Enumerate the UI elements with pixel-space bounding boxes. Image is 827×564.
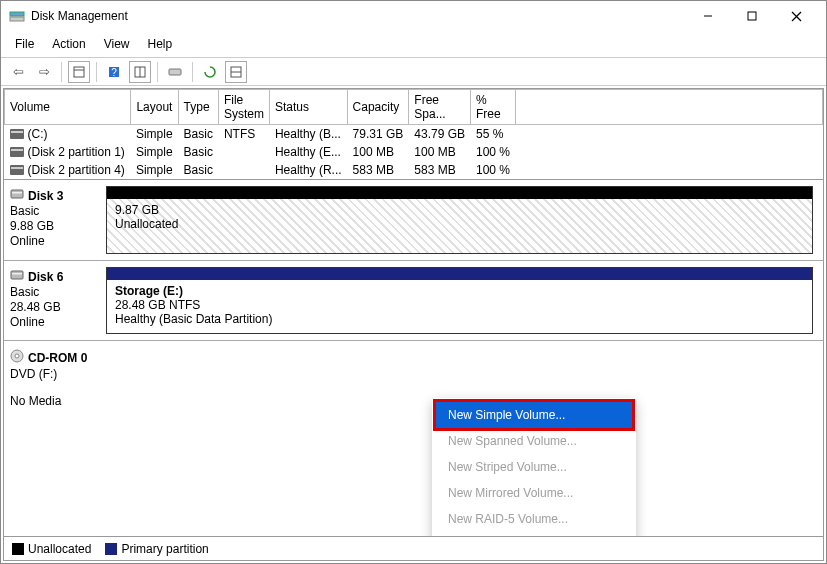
- back-button[interactable]: ⇦: [7, 61, 29, 83]
- app-icon: [9, 8, 25, 24]
- separator: [157, 62, 158, 82]
- minimize-button[interactable]: [686, 2, 730, 30]
- disk-state: Online: [10, 234, 98, 248]
- separator: [61, 62, 62, 82]
- partition-size: 28.48 GB NTFS: [115, 298, 804, 312]
- volume-row[interactable]: (C:)SimpleBasicNTFSHealthy (B...79.31 GB…: [5, 125, 823, 144]
- partition-title: Storage (E:): [115, 284, 804, 298]
- partition-color-bar: [107, 268, 812, 280]
- disk-body: 9.87 GBUnallocated: [104, 180, 823, 260]
- volume-name: (Disk 2 partition 1): [28, 145, 125, 159]
- disk-row: Disk 6Basic28.48 GBOnlineStorage (E:)28.…: [4, 260, 823, 340]
- context-menu-item: New Striped Volume...: [432, 454, 636, 480]
- volume-cell: Simple: [131, 143, 178, 161]
- disk-size: 9.88 GB: [10, 219, 98, 233]
- disk-label[interactable]: Disk 6Basic28.48 GBOnline: [4, 261, 104, 340]
- partition-info: Storage (E:)28.48 GB NTFSHealthy (Basic …: [107, 280, 812, 333]
- volume-cell: Simple: [131, 125, 178, 144]
- menu-action[interactable]: Action: [44, 33, 93, 55]
- toolbar-refresh-icon[interactable]: [199, 61, 221, 83]
- disk-label[interactable]: CD-ROM 0DVD (F:)No Media: [4, 341, 104, 420]
- svg-rect-15: [11, 190, 23, 198]
- volume-cell: 100 %: [471, 161, 516, 179]
- window-title: Disk Management: [31, 9, 128, 23]
- svg-rect-1: [10, 17, 24, 21]
- drive-icon: [10, 165, 24, 175]
- disk-management-window: Disk Management File Action View Help ⇦ …: [0, 0, 827, 564]
- svg-rect-0: [10, 12, 24, 16]
- context-menu: New Simple Volume...New Spanned Volume..…: [432, 398, 636, 536]
- volume-cell: Basic: [178, 143, 218, 161]
- column-header[interactable]: % Free: [471, 90, 516, 125]
- context-menu-item[interactable]: New Simple Volume...: [436, 402, 632, 428]
- disk-name: Disk 3: [28, 189, 63, 203]
- disk-body: Storage (E:)28.48 GB NTFSHealthy (Basic …: [104, 261, 823, 340]
- volume-cell: NTFS: [218, 125, 269, 144]
- partition[interactable]: Storage (E:)28.48 GB NTFSHealthy (Basic …: [106, 267, 813, 334]
- column-header[interactable]: Layout: [131, 90, 178, 125]
- close-button[interactable]: [774, 2, 818, 30]
- disk-type: DVD (F:): [10, 367, 98, 381]
- partition-status: Healthy (Basic Data Partition): [115, 312, 804, 326]
- separator: [192, 62, 193, 82]
- legend: Unallocated Primary partition: [4, 536, 823, 560]
- hard-disk-icon: [10, 188, 24, 203]
- help-icon[interactable]: ?: [103, 61, 125, 83]
- volume-cell: Basic: [178, 125, 218, 144]
- column-header[interactable]: Type: [178, 90, 218, 125]
- toolbar-layout-icon[interactable]: [129, 61, 151, 83]
- volume-cell: 100 MB: [347, 143, 409, 161]
- toolbar: ⇦ ⇨ ?: [1, 58, 826, 86]
- svg-rect-6: [74, 67, 84, 77]
- drive-icon: [10, 147, 24, 157]
- volume-cell: Healthy (B...: [269, 125, 347, 144]
- toolbar-list-icon[interactable]: [225, 61, 247, 83]
- partition-size: 9.87 GB: [115, 203, 804, 217]
- disk-name: Disk 6: [28, 270, 63, 284]
- toolbar-disk-icon[interactable]: [164, 61, 186, 83]
- partition-color-bar: [107, 187, 812, 199]
- disk-row: CD-ROM 0DVD (F:)No Media: [4, 340, 823, 420]
- svg-rect-12: [169, 69, 181, 75]
- partition[interactable]: 9.87 GBUnallocated: [106, 186, 813, 254]
- column-header[interactable]: Capacity: [347, 90, 409, 125]
- menu-view[interactable]: View: [96, 33, 138, 55]
- column-header[interactable]: Free Spa...: [409, 90, 471, 125]
- toolbar-view-icon[interactable]: [68, 61, 90, 83]
- column-header[interactable]: Volume: [5, 90, 131, 125]
- volume-cell: Healthy (E...: [269, 143, 347, 161]
- svg-rect-17: [11, 271, 23, 279]
- partition-status: Unallocated: [115, 217, 804, 231]
- volume-cell: Healthy (R...: [269, 161, 347, 179]
- volume-name: (C:): [28, 127, 48, 141]
- disk-label[interactable]: Disk 3Basic9.88 GBOnline: [4, 180, 104, 260]
- volume-cell: 43.79 GB: [409, 125, 471, 144]
- hard-disk-icon: [10, 269, 24, 284]
- disk-type: Basic: [10, 285, 98, 299]
- volume-list[interactable]: VolumeLayoutTypeFile SystemStatusCapacit…: [4, 89, 823, 180]
- volume-cell: 583 MB: [347, 161, 409, 179]
- column-header[interactable]: File System: [218, 90, 269, 125]
- forward-button[interactable]: ⇨: [33, 61, 55, 83]
- svg-rect-16: [12, 192, 22, 194]
- volume-cell: Simple: [131, 161, 178, 179]
- volume-row[interactable]: (Disk 2 partition 1)SimpleBasicHealthy (…: [5, 143, 823, 161]
- partition-info: 9.87 GBUnallocated: [107, 199, 812, 253]
- menu-help[interactable]: Help: [140, 33, 181, 55]
- drive-icon: [10, 129, 24, 139]
- titlebar[interactable]: Disk Management: [1, 1, 826, 31]
- volume-name: (Disk 2 partition 4): [28, 163, 125, 177]
- volume-row[interactable]: (Disk 2 partition 4)SimpleBasicHealthy (…: [5, 161, 823, 179]
- graphical-view: Disk 3Basic9.88 GBOnline9.87 GBUnallocat…: [4, 180, 823, 536]
- column-header-spacer: [516, 90, 823, 125]
- disk-row: Disk 3Basic9.88 GBOnline9.87 GBUnallocat…: [4, 180, 823, 260]
- svg-point-20: [15, 354, 19, 358]
- volume-cell: Basic: [178, 161, 218, 179]
- context-menu-item: New RAID-5 Volume...: [432, 506, 636, 532]
- column-header[interactable]: Status: [269, 90, 347, 125]
- volume-cell: 100 MB: [409, 143, 471, 161]
- separator: [96, 62, 97, 82]
- maximize-button[interactable]: [730, 2, 774, 30]
- disk-size: 28.48 GB: [10, 300, 98, 314]
- menu-file[interactable]: File: [7, 33, 42, 55]
